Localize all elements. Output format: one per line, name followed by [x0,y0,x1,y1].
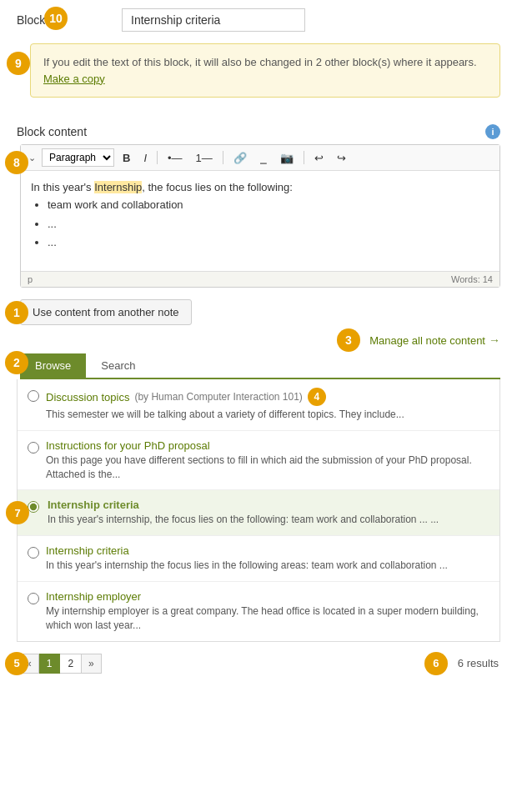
results-count: 6 results [458,657,499,669]
bullet-item-2: ... [48,216,489,233]
paragraph-select[interactable]: Paragraph [42,148,114,167]
note-content-internship-2: Internship criteria In this year's inter… [46,544,489,573]
note-title-discussion: Discussion topics [46,391,129,403]
pagination: « 1 2 » [18,654,102,674]
note-content-phd: Instructions for your PhD proposal On th… [46,439,489,482]
note-by-label-discussion: (by Human Computer Interaction 101) [134,391,302,403]
badge-1: 1 [5,301,28,324]
badge-3: 3 [337,328,360,352]
badge-7: 7 [6,501,29,524]
editor-tag: p [28,274,33,284]
editor-toolbar: ⌄ Paragraph B I •— 1— 🔗 ⎯ 📷 ↩ ↪ [21,145,499,171]
bullet-item-3: ... [48,234,489,252]
editor-words: Words: 14 [451,274,493,284]
note-title-phd: Instructions for your PhD proposal [46,439,210,452]
tab-search[interactable]: Search [86,353,150,378]
undo-button[interactable]: ↩ [309,149,329,167]
note-title-internship-2: Internship criteria [46,544,129,557]
note-content-employer: Internship employer My internship employ… [46,590,489,633]
note-content-internship-1: Internship criteria In this year's inter… [48,499,489,527]
note-desc-employer: My internship employer is a great compan… [46,604,489,633]
note-desc-discussion: This semester we will be talking about a… [46,408,489,422]
note-item-phd[interactable]: Instructions for your PhD proposal On th… [18,431,499,491]
bullet-item-1: team work and collaboration [48,197,489,214]
italic-button[interactable]: I [138,149,152,167]
badge-8: 8 [5,151,28,174]
link-button[interactable]: 🔗 [228,149,252,167]
toolbar-sep-2 [223,151,223,164]
ordered-list-button[interactable]: 1— [191,149,218,167]
warning-text: If you edit the text of this block, it w… [43,56,477,68]
badge-4: 4 [308,388,326,406]
use-content-button[interactable]: Use content from another note [20,299,192,325]
image-button[interactable]: 📷 [275,149,299,167]
editor-body[interactable]: In this year's Internship, the focus lie… [21,171,499,271]
make-copy-link[interactable]: Make a copy [43,73,105,85]
arrow-right-icon: → [489,333,500,347]
note-title-employer: Internship employer [46,590,141,603]
note-desc-internship-1: In this year's internship, the focus lie… [48,513,489,527]
unordered-list-button[interactable]: •— [163,149,188,167]
note-item-internship-criteria-2[interactable]: Internship criteria In this year's inter… [18,536,499,582]
note-content-discussion: Discussion topics (by Human Computer Int… [46,388,489,422]
badge-6: 6 [424,652,448,675]
toolbar-sep-1 [157,151,158,164]
note-item-internship-criteria-1[interactable]: 7 Internship criteria In this year's int… [18,490,499,536]
manage-link-text: Manage all note content [369,334,485,347]
bold-button[interactable]: B [118,149,135,167]
radio-discussion-topics[interactable] [28,390,39,402]
note-list: Discussion topics (by Human Computer Int… [17,379,500,642]
warning-box: If you edit the text of this block, it w… [30,43,500,98]
badge-9: 9 [7,52,30,75]
note-item-discussion-topics[interactable]: Discussion topics (by Human Computer Int… [18,379,499,431]
unlink-button[interactable]: ⎯ [255,149,272,167]
tab-browse[interactable]: Browse [20,353,86,378]
note-title-internship-1: Internship criteria [48,499,139,511]
page-1-button[interactable]: 1 [39,654,61,674]
radio-internship-employer[interactable] [28,593,39,604]
redo-button[interactable]: ↪ [332,149,351,167]
block-content-label: Block content [17,125,87,138]
radio-internship-criteria-1[interactable] [28,501,39,513]
block-title-input[interactable] [122,8,305,32]
manage-link[interactable]: Manage all note content → [369,333,500,347]
note-desc-phd: On this page you have different sections… [46,454,489,482]
next-page-button[interactable]: » [82,654,102,674]
badge-5: 5 [5,652,28,675]
info-icon[interactable]: i [485,124,500,139]
badge-2: 2 [5,351,28,374]
note-item-internship-employer[interactable]: Internship employer My internship employ… [18,582,499,641]
radio-phd[interactable] [28,442,39,454]
page-2-button[interactable]: 2 [60,654,82,674]
note-desc-internship-2: In this year's internship the focus lies… [46,559,489,573]
editor-statusbar: p Words: 14 [21,271,499,287]
badge-10: 10 [44,7,68,30]
radio-internship-criteria-2[interactable] [28,547,39,559]
toolbar-sep-3 [304,151,304,164]
